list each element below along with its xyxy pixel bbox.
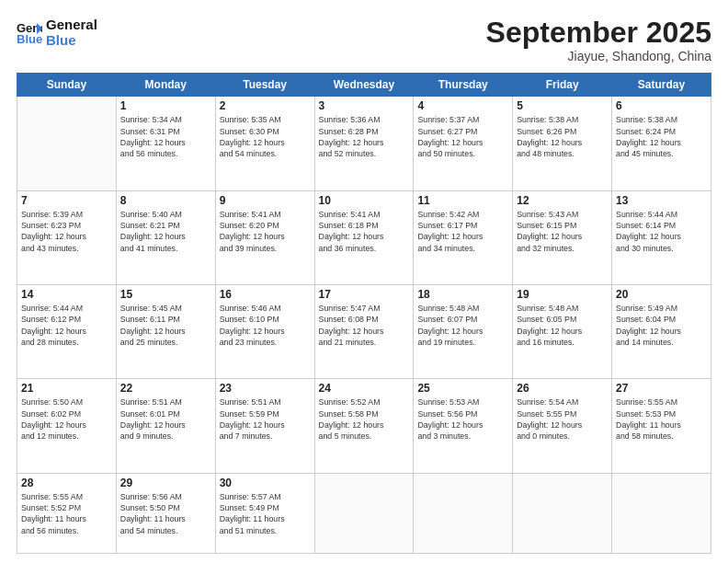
day-header-tuesday: Tuesday <box>215 74 314 97</box>
calendar-cell: 12Sunrise: 5:43 AM Sunset: 6:15 PM Dayli… <box>513 190 612 284</box>
calendar-cell: 25Sunrise: 5:53 AM Sunset: 5:56 PM Dayli… <box>414 379 513 473</box>
calendar-cell: 23Sunrise: 5:51 AM Sunset: 5:59 PM Dayli… <box>215 379 314 473</box>
cell-content: Sunrise: 5:51 AM Sunset: 5:59 PM Dayligh… <box>220 396 311 442</box>
cell-content: Sunrise: 5:44 AM Sunset: 6:14 PM Dayligh… <box>616 209 707 254</box>
cell-content: Sunrise: 5:37 AM Sunset: 6:27 PM Dayligh… <box>417 114 508 159</box>
day-number: 18 <box>417 288 508 301</box>
day-number: 8 <box>120 194 211 207</box>
cell-content: Sunrise: 5:36 AM Sunset: 6:28 PM Dayligh… <box>319 114 410 159</box>
week-row-3: 14Sunrise: 5:44 AM Sunset: 6:12 PM Dayli… <box>17 284 711 378</box>
calendar-cell: 16Sunrise: 5:46 AM Sunset: 6:10 PM Dayli… <box>215 284 314 378</box>
cell-content: Sunrise: 5:55 AM Sunset: 5:52 PM Dayligh… <box>21 491 112 536</box>
day-header-wednesday: Wednesday <box>314 74 414 97</box>
cell-content: Sunrise: 5:53 AM Sunset: 5:56 PM Dayligh… <box>417 396 508 442</box>
day-number: 3 <box>319 99 410 112</box>
week-row-2: 7Sunrise: 5:39 AM Sunset: 6:23 PM Daylig… <box>17 190 711 284</box>
cell-content: Sunrise: 5:47 AM Sunset: 6:08 PM Dayligh… <box>319 303 410 348</box>
calendar-cell: 22Sunrise: 5:51 AM Sunset: 6:01 PM Dayli… <box>116 379 215 473</box>
cell-content: Sunrise: 5:45 AM Sunset: 6:11 PM Dayligh… <box>120 303 211 348</box>
calendar-cell: 13Sunrise: 5:44 AM Sunset: 6:14 PM Dayli… <box>612 190 711 284</box>
calendar-cell: 11Sunrise: 5:42 AM Sunset: 6:17 PM Dayli… <box>414 190 513 284</box>
day-number: 21 <box>21 382 112 395</box>
day-number: 12 <box>517 194 608 207</box>
day-number: 2 <box>220 99 311 112</box>
day-number: 5 <box>517 99 608 112</box>
calendar-cell: 29Sunrise: 5:56 AM Sunset: 5:50 PM Dayli… <box>116 473 215 553</box>
day-header-saturday: Saturday <box>612 74 711 97</box>
calendar-cell <box>314 473 414 553</box>
day-number: 23 <box>220 382 311 395</box>
cell-content: Sunrise: 5:41 AM Sunset: 6:20 PM Dayligh… <box>220 209 311 254</box>
title-block: September 2025 Jiayue, Shandong, China <box>486 17 711 63</box>
cell-content: Sunrise: 5:35 AM Sunset: 6:30 PM Dayligh… <box>220 114 311 159</box>
calendar-cell: 15Sunrise: 5:45 AM Sunset: 6:11 PM Dayli… <box>116 284 215 378</box>
month-title: September 2025 <box>486 17 711 49</box>
calendar-cell: 1Sunrise: 5:34 AM Sunset: 6:31 PM Daylig… <box>116 97 215 190</box>
day-number: 29 <box>120 477 211 489</box>
calendar-cell: 28Sunrise: 5:55 AM Sunset: 5:52 PM Dayli… <box>17 473 117 553</box>
day-number: 30 <box>220 477 311 489</box>
cell-content: Sunrise: 5:43 AM Sunset: 6:15 PM Dayligh… <box>517 209 608 254</box>
logo-line2: Blue <box>46 32 97 48</box>
logo-line1: General <box>46 17 97 32</box>
logo: General Blue General Blue <box>17 17 97 49</box>
calendar-cell: 2Sunrise: 5:35 AM Sunset: 6:30 PM Daylig… <box>215 97 314 190</box>
calendar-cell <box>612 473 711 553</box>
cell-content: Sunrise: 5:57 AM Sunset: 5:49 PM Dayligh… <box>220 491 311 536</box>
cell-content: Sunrise: 5:50 AM Sunset: 6:02 PM Dayligh… <box>21 396 112 442</box>
calendar-cell: 20Sunrise: 5:49 AM Sunset: 6:04 PM Dayli… <box>612 284 711 378</box>
svg-text:Blue: Blue <box>17 32 42 45</box>
calendar-cell: 19Sunrise: 5:48 AM Sunset: 6:05 PM Dayli… <box>513 284 612 378</box>
calendar-cell <box>513 473 612 553</box>
day-number: 7 <box>21 194 112 207</box>
calendar-cell <box>17 97 117 190</box>
calendar-cell: 10Sunrise: 5:41 AM Sunset: 6:18 PM Dayli… <box>314 190 414 284</box>
day-number: 6 <box>616 99 707 112</box>
calendar-header-row: SundayMondayTuesdayWednesdayThursdayFrid… <box>17 74 711 97</box>
cell-content: Sunrise: 5:39 AM Sunset: 6:23 PM Dayligh… <box>21 209 112 254</box>
cell-content: Sunrise: 5:34 AM Sunset: 6:31 PM Dayligh… <box>120 114 211 159</box>
day-number: 26 <box>517 382 608 395</box>
cell-content: Sunrise: 5:38 AM Sunset: 6:24 PM Dayligh… <box>616 114 707 159</box>
calendar-cell: 3Sunrise: 5:36 AM Sunset: 6:28 PM Daylig… <box>314 97 414 190</box>
day-number: 13 <box>616 194 707 207</box>
day-number: 28 <box>21 477 112 489</box>
cell-content: Sunrise: 5:42 AM Sunset: 6:17 PM Dayligh… <box>417 209 508 254</box>
calendar-cell: 30Sunrise: 5:57 AM Sunset: 5:49 PM Dayli… <box>215 473 314 553</box>
calendar-cell: 21Sunrise: 5:50 AM Sunset: 6:02 PM Dayli… <box>17 379 117 473</box>
calendar-cell: 18Sunrise: 5:48 AM Sunset: 6:07 PM Dayli… <box>414 284 513 378</box>
day-number: 16 <box>220 288 311 301</box>
header: General Blue General Blue September 2025… <box>17 17 711 63</box>
cell-content: Sunrise: 5:48 AM Sunset: 6:07 PM Dayligh… <box>417 303 508 348</box>
calendar-table: SundayMondayTuesdayWednesdayThursdayFrid… <box>17 73 711 554</box>
day-number: 20 <box>616 288 707 301</box>
calendar-cell: 27Sunrise: 5:55 AM Sunset: 5:53 PM Dayli… <box>612 379 711 473</box>
calendar-cell: 26Sunrise: 5:54 AM Sunset: 5:55 PM Dayli… <box>513 379 612 473</box>
day-number: 1 <box>120 99 211 112</box>
calendar-cell: 8Sunrise: 5:40 AM Sunset: 6:21 PM Daylig… <box>116 190 215 284</box>
day-number: 15 <box>120 288 211 301</box>
cell-content: Sunrise: 5:40 AM Sunset: 6:21 PM Dayligh… <box>120 209 211 254</box>
day-header-thursday: Thursday <box>414 74 513 97</box>
page: General Blue General Blue September 2025… <box>0 0 728 563</box>
day-number: 4 <box>417 99 508 112</box>
day-number: 27 <box>616 382 707 395</box>
week-row-4: 21Sunrise: 5:50 AM Sunset: 6:02 PM Dayli… <box>17 379 711 473</box>
cell-content: Sunrise: 5:56 AM Sunset: 5:50 PM Dayligh… <box>120 491 211 536</box>
cell-content: Sunrise: 5:49 AM Sunset: 6:04 PM Dayligh… <box>616 303 707 348</box>
cell-content: Sunrise: 5:55 AM Sunset: 5:53 PM Dayligh… <box>616 396 707 442</box>
day-header-sunday: Sunday <box>17 74 117 97</box>
calendar-cell: 4Sunrise: 5:37 AM Sunset: 6:27 PM Daylig… <box>414 97 513 190</box>
day-header-monday: Monday <box>116 74 215 97</box>
cell-content: Sunrise: 5:46 AM Sunset: 6:10 PM Dayligh… <box>220 303 311 348</box>
week-row-1: 1Sunrise: 5:34 AM Sunset: 6:31 PM Daylig… <box>17 97 711 190</box>
calendar-cell: 14Sunrise: 5:44 AM Sunset: 6:12 PM Dayli… <box>17 284 117 378</box>
day-number: 14 <box>21 288 112 301</box>
calendar-cell: 7Sunrise: 5:39 AM Sunset: 6:23 PM Daylig… <box>17 190 117 284</box>
day-number: 22 <box>120 382 211 395</box>
cell-content: Sunrise: 5:44 AM Sunset: 6:12 PM Dayligh… <box>21 303 112 348</box>
week-row-5: 28Sunrise: 5:55 AM Sunset: 5:52 PM Dayli… <box>17 473 711 553</box>
cell-content: Sunrise: 5:48 AM Sunset: 6:05 PM Dayligh… <box>517 303 608 348</box>
cell-content: Sunrise: 5:54 AM Sunset: 5:55 PM Dayligh… <box>517 396 608 442</box>
day-header-friday: Friday <box>513 74 612 97</box>
